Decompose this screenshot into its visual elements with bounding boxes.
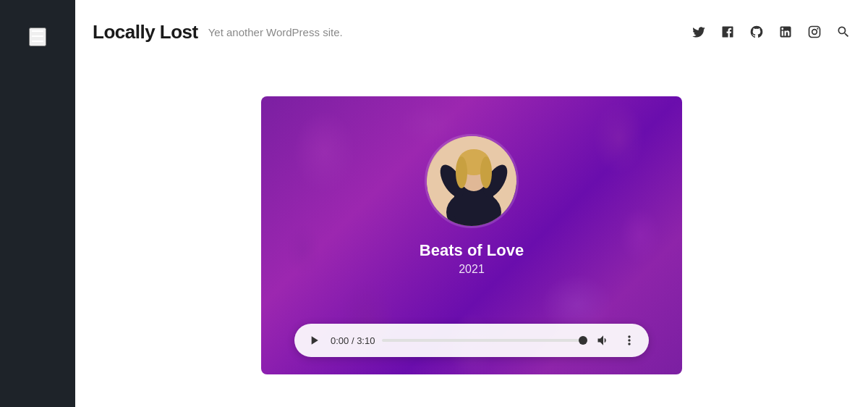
site-header: Locally Lost Yet another WordPress site. xyxy=(75,0,868,64)
svg-point-7 xyxy=(456,156,467,188)
main-content-area: Beats of Love 2021 0:00 / 3:10 xyxy=(75,64,868,407)
linkedin-icon[interactable] xyxy=(778,25,793,39)
hamburger-button[interactable]: ☰ xyxy=(29,28,46,46)
play-button[interactable] xyxy=(305,331,323,350)
instagram-icon[interactable] xyxy=(807,25,822,39)
progress-thumb xyxy=(579,336,587,345)
main-content: Locally Lost Yet another WordPress site. xyxy=(75,0,868,407)
audio-player: 0:00 / 3:10 xyxy=(294,324,649,357)
album-art xyxy=(425,134,519,228)
site-tagline: Yet another WordPress site. xyxy=(208,26,343,38)
site-title: Locally Lost xyxy=(93,21,198,43)
album-art-image xyxy=(427,136,516,226)
sidebar: ☰ xyxy=(0,0,75,407)
svg-point-8 xyxy=(480,156,492,188)
facebook-icon[interactable] xyxy=(720,25,735,39)
progress-bar[interactable] xyxy=(382,339,587,342)
header-icons xyxy=(692,25,851,39)
time-display: 0:00 / 3:10 xyxy=(331,335,375,346)
twitter-icon[interactable] xyxy=(692,25,706,39)
music-card: Beats of Love 2021 0:00 / 3:10 xyxy=(261,96,682,374)
track-year: 2021 xyxy=(459,263,485,276)
volume-button[interactable] xyxy=(594,331,613,350)
search-icon[interactable] xyxy=(836,25,851,39)
github-icon[interactable] xyxy=(749,25,764,39)
more-options-button[interactable] xyxy=(620,331,639,350)
track-title: Beats of Love xyxy=(420,241,524,260)
